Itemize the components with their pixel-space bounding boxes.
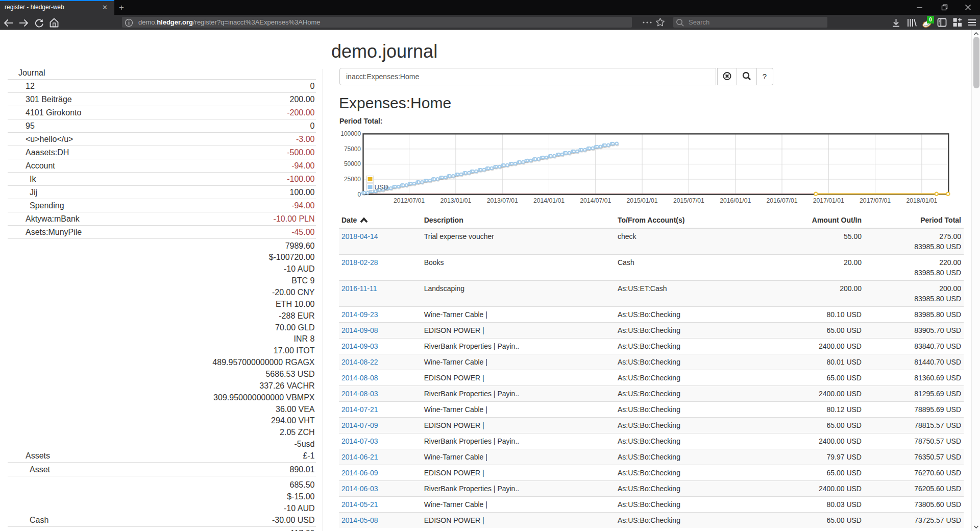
svg-text:25000: 25000 (344, 176, 361, 183)
svg-text:0: 0 (357, 191, 361, 198)
svg-text:2015/01/01: 2015/01/01 (627, 197, 658, 204)
svg-text:2013/01/01: 2013/01/01 (440, 197, 471, 204)
svg-text:100000: 100000 (340, 130, 361, 137)
svg-text:2013/07/01: 2013/07/01 (487, 197, 518, 204)
svg-text:50000: 50000 (344, 160, 361, 167)
svg-text:2016/01/01: 2016/01/01 (720, 197, 751, 204)
svg-text:USD: USD (375, 183, 388, 191)
svg-text:2014/01/01: 2014/01/01 (533, 197, 565, 204)
svg-text:2012/07/01: 2012/07/01 (394, 197, 425, 204)
svg-text:2014/07/01: 2014/07/01 (580, 197, 611, 204)
svg-text:2017/01/01: 2017/01/01 (813, 197, 844, 204)
svg-text:75000: 75000 (344, 146, 361, 153)
svg-text:2016/07/01: 2016/07/01 (767, 197, 798, 204)
svg-text:2015/07/01: 2015/07/01 (673, 197, 704, 204)
svg-text:2018/01/01: 2018/01/01 (906, 197, 937, 204)
svg-text:2017/07/01: 2017/07/01 (860, 197, 891, 204)
